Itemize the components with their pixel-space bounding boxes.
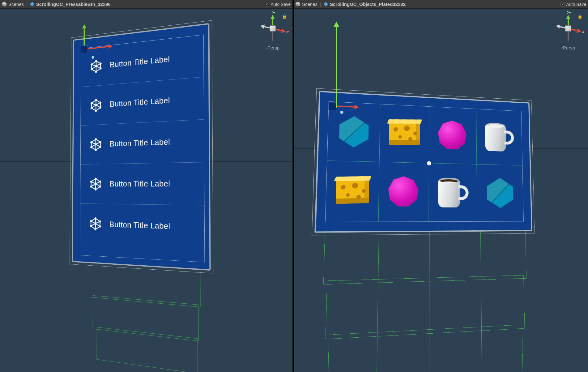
grid-cell[interactable] [378,162,429,222]
grid-cell[interactable] [326,161,379,222]
wireframe-line [377,224,379,372]
unity-logo-icon [2,2,6,6]
camera-projection-toggle[interactable]: Persp [553,45,584,50]
transform-x-axis[interactable] [337,105,355,108]
wireframe-box [89,263,200,307]
scene-breadcrumb-bar: Scenes | ScrollingOC_PressableBtn_32x96 … [0,0,292,9]
orientation-gizmo-cube[interactable]: y x [553,13,584,44]
pressable-button[interactable]: Button Title Label [80,162,204,205]
breadcrumb-asset[interactable]: ScrollingOC_Objects_Plated32x32 [324,2,406,7]
mug-object[interactable] [438,177,465,209]
wireframe-box [325,275,525,340]
autosave-toggle[interactable]: ✓ Auto Save [560,2,586,7]
wireframe-box [97,327,198,372]
autosave-checkbox-icon: ✓ [560,2,565,6]
scene-viewport[interactable]: 🔒 y x Persp [294,9,588,372]
button-list: Button Title LabelButton Title LabelButt… [80,35,204,249]
breadcrumb-separator: | [26,2,28,7]
world-grid-line [44,9,44,372]
breadcrumb-asset[interactable]: ScrollingOC_PressableBtn_32x96 [30,2,111,7]
button-title-label: Button Title Label [109,220,170,231]
mesh-icon [90,98,102,112]
autosave-checkbox-icon: ✓ [265,2,269,6]
scroll-content[interactable]: Button Title LabelButton Title LabelButt… [80,35,205,263]
transform-y-axis[interactable] [83,28,85,46]
axis-neg-y [568,32,569,41]
scroll-panel[interactable]: Button Title LabelButton Title LabelButt… [72,23,211,271]
breadcrumb-root[interactable]: Scenes [2,2,24,7]
axis-neg-y [272,32,273,41]
mug-object[interactable] [485,122,511,154]
mesh-icon [90,138,102,151]
wireframe-box [93,295,199,341]
scroll-panel[interactable] [314,91,532,233]
breadcrumb-separator: | [320,2,321,7]
scroll-center-indicator [427,161,431,165]
autosave-label: Auto Save [271,2,291,7]
gizmo-center-cube[interactable] [270,25,276,32]
scene-pane-right: Scenes | ScrollingOC_Objects_Plated32x32… [294,0,588,372]
prefab-cube-icon [323,2,328,6]
dodecahedron-object[interactable] [388,176,419,207]
pressable-button[interactable]: Button Title Label [80,204,204,249]
scene-breadcrumb-bar: Scenes | ScrollingOC_Objects_Plated32x32… [294,0,588,9]
button-title-label: Button Title Label [109,179,170,189]
button-title-label: Button Title Label [110,54,170,69]
wireframe-box [327,325,523,372]
orientation-gizmo[interactable]: 🔒 y x Persp [553,13,584,53]
breadcrumb-root[interactable]: Scenes [296,2,317,7]
scene-pane-left: Scenes | ScrollingOC_PressableBtn_32x96 … [0,0,293,372]
breadcrumb-root-label: Scenes [8,2,24,7]
unity-logo-icon [296,2,300,6]
orientation-gizmo[interactable]: 🔒 y x Persp [257,13,288,53]
dodecahedron-object[interactable] [438,120,467,150]
orientation-gizmo-cube[interactable]: y x [257,13,288,44]
camera-projection-toggle[interactable]: Persp [257,45,288,50]
wireframe-line [480,224,482,372]
world-y-axis-arrow [336,27,337,108]
mesh-icon [89,217,101,231]
grid-cell[interactable] [476,109,522,166]
scene-viewport[interactable]: 🔒 y x Persp Button [0,9,292,372]
breadcrumb-asset-label: ScrollingOC_PressableBtn_32x96 [36,2,111,7]
autosave-toggle[interactable]: ✓ Auto Save [265,2,291,7]
prefab-cube-icon [30,2,34,6]
pressable-button[interactable]: Button Title Label [81,120,204,165]
grid-cell[interactable] [477,165,523,221]
gizmo-center-cube[interactable] [565,25,571,32]
wireframe-box [323,224,526,284]
button-title-label: Button Title Label [109,137,170,149]
wireframe-line [429,224,429,372]
grid-cell[interactable] [429,163,477,221]
breadcrumb-asset-label: ScrollingOC_Objects_Plated32x32 [330,2,406,7]
icosahedron-object[interactable] [485,178,514,208]
breadcrumb-root-label: Scenes [302,2,317,7]
grid-cell[interactable] [429,107,477,165]
button-title-label: Button Title Label [110,96,170,109]
mesh-icon [90,177,102,190]
autosave-label: Auto Save [566,2,586,7]
mesh-icon [90,59,102,73]
